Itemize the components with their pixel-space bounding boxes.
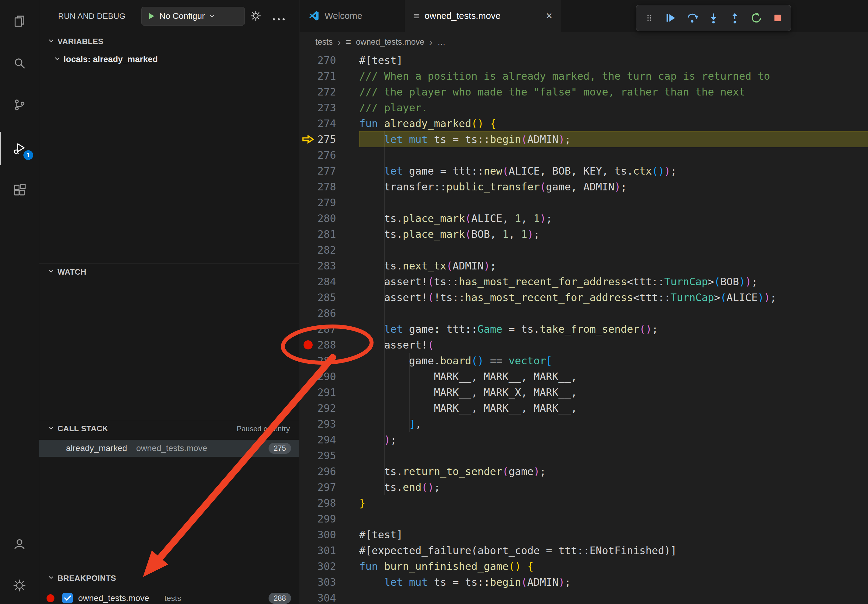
gutter-glyph-margin[interactable] — [299, 258, 316, 274]
code-line-297[interactable]: 297 ts.end(); — [299, 479, 868, 495]
code-line-text[interactable] — [359, 147, 868, 163]
breadcrumb-item-file[interactable]: owned_tests.move — [356, 37, 424, 47]
code-line-text[interactable]: let game: ttt::Game = ts.take_from_sende… — [359, 321, 868, 337]
code-line-289[interactable]: 289 game.board() == vector[ — [299, 353, 868, 369]
code-line-text[interactable]: let game = ttt::new(ALICE, BOB, KEY, ts.… — [359, 163, 868, 179]
gutter-glyph-margin[interactable] — [299, 400, 316, 416]
gutter-glyph-margin[interactable] — [299, 463, 316, 479]
breakpoint-row[interactable]: owned_tests.move tests 288 — [39, 590, 299, 604]
code-line-text[interactable]: ts.next_tx(ADMIN); — [359, 258, 868, 274]
step-into-icon[interactable] — [704, 8, 723, 28]
gutter-glyph-margin[interactable] — [299, 242, 316, 258]
gutter-glyph-margin[interactable] — [299, 590, 316, 604]
gutter-glyph-margin[interactable] — [299, 511, 316, 527]
code-line-text[interactable] — [359, 242, 868, 258]
line-number[interactable]: 302 — [316, 558, 336, 574]
line-number[interactable]: 280 — [316, 211, 336, 226]
debug-gear-icon[interactable] — [250, 10, 262, 23]
gutter-glyph-margin[interactable] — [299, 84, 316, 100]
line-number[interactable]: 283 — [316, 258, 336, 274]
stop-icon[interactable] — [768, 8, 787, 28]
code-line-text[interactable]: } — [359, 495, 868, 511]
code-line-287[interactable]: 287 let game: ttt::Game = ts.take_from_s… — [299, 321, 868, 337]
line-number[interactable]: 296 — [316, 463, 336, 479]
explorer-icon[interactable] — [0, 4, 39, 38]
line-number[interactable]: 272 — [316, 84, 336, 100]
line-number[interactable]: 276 — [316, 147, 336, 163]
breadcrumb-item-tests[interactable]: tests — [315, 37, 333, 47]
code-line-278[interactable]: 278 transfer::public_transfer(game, ADMI… — [299, 179, 868, 195]
code-line-292[interactable]: 292 MARK__, MARK__, MARK__, — [299, 400, 868, 416]
code-line-270[interactable]: 270#[test] — [299, 52, 868, 68]
breakpoint-checkbox[interactable] — [62, 593, 73, 603]
gutter-glyph-margin[interactable] — [299, 163, 316, 179]
gutter-glyph-margin[interactable] — [299, 558, 316, 574]
code-line-text[interactable]: let mut ts = ts::begin(ADMIN); — [359, 574, 868, 590]
line-number[interactable]: 287 — [316, 321, 336, 337]
gutter-glyph-margin[interactable] — [299, 100, 316, 116]
code-line-293[interactable]: 293 ], — [299, 416, 868, 432]
search-icon[interactable] — [0, 47, 39, 80]
code-line-286[interactable]: 286 — [299, 305, 868, 321]
line-number[interactable]: 295 — [316, 448, 336, 463]
restart-icon[interactable] — [747, 8, 766, 28]
locals-scope-row[interactable]: locals: already_marked — [39, 51, 299, 68]
code-line-text[interactable]: transfer::public_transfer(game, ADMIN); — [359, 179, 868, 195]
line-number[interactable]: 286 — [316, 305, 336, 321]
line-number[interactable]: 294 — [316, 432, 336, 448]
code-line-273[interactable]: 273/// player. — [299, 100, 868, 116]
call-stack-section-header[interactable]: CALL STACK Paused on entry — [39, 420, 299, 437]
code-line-298[interactable]: 298} — [299, 495, 868, 511]
gutter-glyph-margin[interactable] — [299, 353, 316, 369]
code-line-304[interactable]: 304 — [299, 590, 868, 604]
code-line-text[interactable]: assert!(ts::has_most_recent_for_address<… — [359, 274, 868, 290]
line-number[interactable]: 297 — [316, 479, 336, 495]
line-number[interactable]: 293 — [316, 416, 336, 432]
code-line-text[interactable]: fun already_marked() { — [359, 116, 868, 132]
code-line-300[interactable]: 300#[test] — [299, 527, 868, 542]
code-line-text[interactable]: MARK__, MARK__, MARK__, — [359, 369, 868, 384]
gutter-glyph-margin[interactable] — [299, 147, 316, 163]
line-number[interactable]: 292 — [316, 400, 336, 416]
call-stack-frame-row[interactable]: already_marked owned_tests.move 275 — [39, 440, 299, 457]
gutter-glyph-margin[interactable] — [299, 132, 316, 147]
settings-gear-icon[interactable] — [0, 569, 39, 602]
gutter-glyph-margin[interactable] — [299, 416, 316, 432]
gutter-glyph-margin[interactable] — [299, 195, 316, 211]
code-line-274[interactable]: 274fun already_marked() { — [299, 116, 868, 132]
code-line-277[interactable]: 277 let game = ttt::new(ALICE, BOB, KEY,… — [299, 163, 868, 179]
account-icon[interactable] — [0, 527, 39, 561]
code-line-text[interactable]: assert!(!ts::has_most_recent_for_address… — [359, 290, 868, 305]
line-number[interactable]: 291 — [316, 384, 336, 400]
line-number[interactable]: 282 — [316, 242, 336, 258]
gutter-glyph-margin[interactable] — [299, 305, 316, 321]
gutter-glyph-margin[interactable] — [299, 527, 316, 542]
gutter-glyph-margin[interactable] — [299, 179, 316, 195]
code-line-text[interactable]: ts.end(); — [359, 479, 868, 495]
code-line-295[interactable]: 295 — [299, 448, 868, 463]
code-line-text[interactable] — [359, 590, 868, 604]
breakpoint-dot-icon[interactable] — [304, 340, 313, 350]
line-number[interactable]: 279 — [316, 195, 336, 211]
code-line-text[interactable]: game.board() == vector[ — [359, 353, 868, 369]
line-number[interactable]: 300 — [316, 527, 336, 542]
gutter-glyph-margin[interactable] — [299, 274, 316, 290]
code-line-text[interactable]: /// player. — [359, 100, 868, 116]
breakpoints-section-header[interactable]: BREAKPOINTS — [39, 570, 299, 587]
code-line-281[interactable]: 281 ts.place_mark(BOB, 1, 1); — [299, 226, 868, 242]
line-number[interactable]: 288 — [316, 337, 336, 353]
debug-config-dropdown[interactable]: No Configur — [141, 7, 245, 26]
code-line-280[interactable]: 280 ts.place_mark(ALICE, 1, 1); — [299, 211, 868, 226]
gutter-glyph-margin[interactable] — [299, 574, 316, 590]
code-line-279[interactable]: 279 — [299, 195, 868, 211]
code-line-text[interactable]: MARK__, MARK_X, MARK__, — [359, 384, 868, 400]
code-line-text[interactable]: let mut ts = ts::begin(ADMIN); — [359, 132, 868, 147]
line-number[interactable]: 277 — [316, 163, 336, 179]
gutter-glyph-margin[interactable] — [299, 68, 316, 84]
line-number[interactable]: 275 — [316, 132, 336, 147]
line-number[interactable]: 271 — [316, 68, 336, 84]
code-line-302[interactable]: 302fun burn_unfinished_game() { — [299, 558, 868, 574]
gutter-glyph-margin[interactable] — [299, 369, 316, 384]
code-line-text[interactable]: ], — [359, 416, 868, 432]
step-out-icon[interactable] — [725, 8, 744, 28]
